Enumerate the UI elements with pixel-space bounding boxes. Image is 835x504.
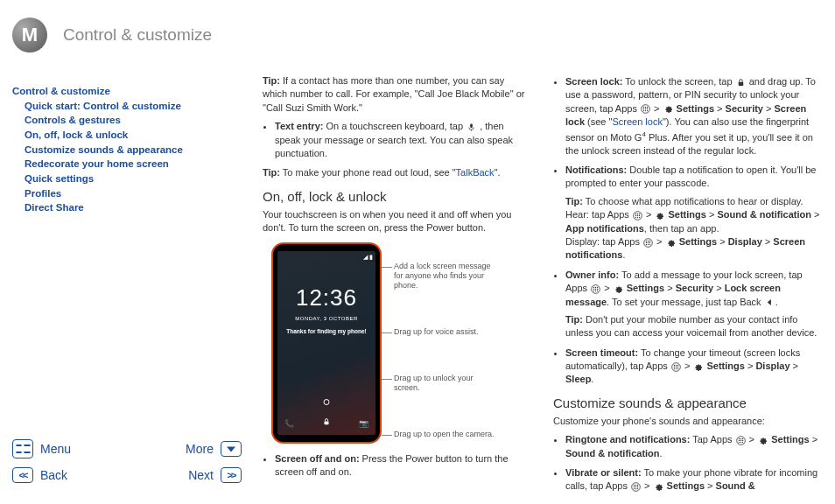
- back-label: Back: [40, 468, 67, 482]
- screen-timeout-label: Screen timeout:: [565, 347, 638, 358]
- callout-camera: Drag up to open the camera.: [394, 430, 499, 439]
- gear-icon: [663, 104, 673, 114]
- gear-icon: [666, 238, 676, 248]
- toc-item[interactable]: On, off, lock & unlock: [12, 128, 242, 143]
- mic-icon: [467, 122, 476, 132]
- apps-icon: [641, 104, 650, 114]
- toc-item[interactable]: Control & customize: [12, 84, 242, 99]
- content-column-1: Tip: If a contact has more than one numb…: [254, 72, 544, 504]
- content-column-2: Screen lock: To unlock the screen, tap a…: [544, 72, 835, 504]
- motorola-logo-icon: M: [12, 18, 47, 52]
- notifications-label: Notifications:: [565, 164, 627, 175]
- more-dropdown-icon: [221, 441, 242, 457]
- toc-item[interactable]: Customize sounds & appearance: [12, 143, 242, 158]
- toc-item[interactable]: Controls & gestures: [12, 113, 242, 128]
- back-triangle-icon: [765, 298, 775, 307]
- toc-item[interactable]: Profiles: [12, 186, 242, 201]
- apps-icon: [633, 211, 642, 220]
- tip1-text: If a contact has more than one number, y…: [263, 75, 524, 113]
- menu-button[interactable]: Menu: [12, 439, 119, 458]
- gear-icon: [654, 482, 663, 492]
- screen-lock-label: Screen lock:: [565, 76, 622, 87]
- text-entry-label: Text entry:: [275, 121, 323, 131]
- phone-callouts: Add a lock screen message for anyone who…: [394, 242, 499, 444]
- next-button[interactable]: Next >>: [135, 467, 242, 483]
- apps-icon: [671, 362, 681, 372]
- phone-mock: ◢ ▮ 12:36 MONDAY, 3 OCTOBER Thanks for f…: [271, 242, 382, 444]
- status-bar: ◢ ▮: [277, 251, 375, 263]
- callout-unlock: Drag up to unlock your screen.: [394, 374, 499, 394]
- callout-lock-message: Add a lock screen message for anyone who…: [394, 262, 499, 291]
- apps-icon: [643, 238, 653, 248]
- toc-item[interactable]: Quick start: Control & customize: [12, 99, 242, 114]
- back-arrows-icon: <<: [12, 467, 33, 483]
- gear-icon: [693, 362, 703, 372]
- screen-off-label: Screen off and on:: [275, 453, 360, 464]
- lock-message: Thanks for finding my phone!: [277, 327, 375, 335]
- menu-label: Menu: [40, 442, 71, 456]
- tip2-end: ".: [495, 167, 501, 178]
- more-label: More: [186, 442, 214, 456]
- back-button[interactable]: << Back: [12, 467, 119, 483]
- gear-icon: [655, 211, 664, 220]
- text-entry-a: On a touchscreen keyboard, tap: [323, 121, 466, 131]
- onoff-intro: Your touchscreen is on when you need it …: [263, 208, 530, 235]
- toc-item[interactable]: Direct Share: [12, 200, 242, 215]
- lock-icon: [322, 416, 331, 430]
- lock-date: MONDAY, 3 OCTOBER: [277, 315, 375, 322]
- camera-icon: 📷: [359, 418, 368, 430]
- tip-label: Tip:: [263, 75, 280, 86]
- heading-customize: Customize sounds & appearance: [553, 394, 821, 412]
- apps-icon: [631, 482, 641, 492]
- tip-label: Tip:: [263, 167, 280, 178]
- gear-icon: [614, 284, 623, 294]
- voice-assist-icon: [324, 399, 330, 405]
- menu-grid-icon: [12, 439, 33, 458]
- phone-dialer-icon: 📞: [284, 418, 294, 430]
- heading-onoff: On, off, lock & unlock: [263, 187, 530, 206]
- toc-item[interactable]: Redecorate your home screen: [12, 157, 242, 172]
- gear-icon: [758, 436, 768, 445]
- page-title: Control & customize: [63, 25, 212, 45]
- apps-icon: [736, 436, 746, 445]
- toc-item[interactable]: Quick settings: [12, 172, 242, 186]
- table-of-contents: Control & customizeQuick start: Control …: [12, 84, 242, 215]
- next-arrows-icon: >>: [221, 467, 242, 483]
- apps-icon: [591, 284, 600, 294]
- tip2-text: To make your phone read out loud, see ": [280, 167, 456, 178]
- owner-info-label: Owner info:: [565, 270, 619, 280]
- customize-intro: Customize your phone's sounds and appear…: [553, 415, 821, 428]
- ringtone-label: Ringtone and notifications:: [565, 434, 690, 444]
- vibrate-label: Vibrate or silent:: [565, 467, 642, 478]
- callout-voice-assist: Drag up for voice assist.: [394, 327, 499, 337]
- lock-clock: 12:36: [277, 282, 375, 313]
- lock-icon: [736, 78, 746, 88]
- more-button[interactable]: More: [135, 439, 242, 458]
- talkback-link[interactable]: TalkBack: [456, 167, 495, 178]
- screen-lock-link[interactable]: Screen lock: [612, 116, 662, 127]
- next-label: Next: [188, 468, 214, 482]
